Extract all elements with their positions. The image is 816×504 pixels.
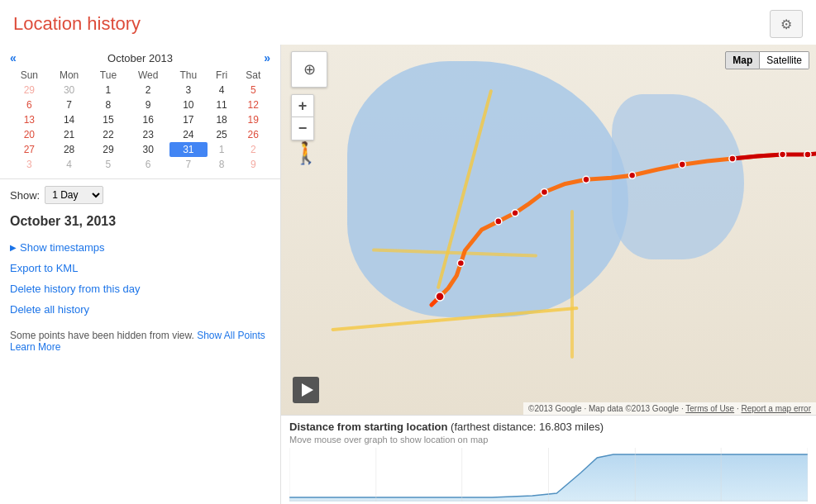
- svg-point-2: [495, 218, 502, 225]
- calendar-day[interactable]: 1: [208, 142, 236, 157]
- map-type-buttons: Map Satellite: [725, 51, 809, 69]
- delete-all-link[interactable]: Delete all history: [10, 299, 270, 320]
- gear-icon: ⚙: [780, 17, 792, 32]
- calendar-day[interactable]: 19: [236, 112, 270, 127]
- timestamps-label: Show timestamps: [20, 241, 105, 254]
- settings-button[interactable]: ⚙: [770, 10, 803, 38]
- calendar-day[interactable]: 2: [236, 142, 270, 157]
- svg-point-10: [804, 151, 811, 158]
- terms-link[interactable]: Terms of Use: [685, 404, 734, 413]
- zoom-controls: + −: [291, 94, 314, 140]
- svg-point-7: [679, 161, 685, 168]
- calendar-day[interactable]: 28: [49, 142, 90, 157]
- calendar-day[interactable]: 30: [49, 83, 90, 97]
- calendar-day[interactable]: 9: [126, 97, 169, 112]
- calendar-day[interactable]: 6: [10, 97, 49, 112]
- cal-day-header: Mon: [49, 68, 90, 83]
- map[interactable]: ⊕ + − 🚶 Map Satellite ©2013 Google · Map…: [281, 45, 816, 415]
- svg-point-5: [583, 176, 589, 183]
- calendar-month-year: October 2013: [107, 52, 173, 64]
- show-label: Show:: [10, 189, 40, 202]
- calendar-day[interactable]: 1: [90, 83, 127, 97]
- calendar-day[interactable]: 4: [208, 83, 236, 97]
- hidden-text: Some points have been hidden from view.: [10, 330, 194, 341]
- show-timestamps-toggle[interactable]: ▶ Show timestamps: [10, 237, 270, 258]
- calendar-day[interactable]: 8: [208, 157, 236, 172]
- calendar-day[interactable]: 11: [208, 97, 236, 112]
- pan-control[interactable]: ⊕: [291, 51, 327, 88]
- report-link[interactable]: Report a map error: [742, 404, 811, 413]
- play-icon: [302, 383, 313, 397]
- cal-day-header: Thu: [169, 68, 208, 83]
- svg-point-8: [729, 155, 736, 162]
- pan-icon: ⊕: [303, 60, 316, 78]
- calendar-day[interactable]: 10: [169, 97, 208, 112]
- calendar-day[interactable]: 15: [90, 112, 127, 127]
- calendar-day[interactable]: 30: [126, 142, 169, 157]
- calendar-day[interactable]: 7: [169, 157, 208, 172]
- calendar-day[interactable]: 29: [10, 83, 49, 97]
- calendar-day[interactable]: 3: [10, 157, 49, 172]
- hidden-notice: Some points have been hidden from view. …: [0, 330, 280, 353]
- calendar-day[interactable]: 26: [236, 127, 270, 142]
- calendar-day[interactable]: 25: [208, 127, 236, 142]
- calendar-day[interactable]: 27: [10, 142, 49, 157]
- calendar-day[interactable]: 2: [126, 83, 169, 97]
- calendar-day[interactable]: 29: [90, 142, 127, 157]
- calendar-day[interactable]: 4: [49, 157, 90, 172]
- calendar-day[interactable]: 20: [10, 127, 49, 142]
- graph-svg[interactable]: [289, 448, 808, 502]
- calendar: « October 2013 » SunMonTueWedThuFriSat 2…: [0, 45, 280, 179]
- calendar-day[interactable]: 13: [10, 112, 49, 127]
- calendar-day[interactable]: 14: [49, 112, 90, 127]
- delete-day-link[interactable]: Delete history from this day: [10, 278, 270, 299]
- calendar-day[interactable]: 5: [236, 83, 270, 97]
- triangle-icon: ▶: [10, 243, 17, 252]
- calendar-day[interactable]: 5: [90, 157, 127, 172]
- zoom-out-button[interactable]: −: [291, 117, 314, 140]
- calendar-day[interactable]: 12: [236, 97, 270, 112]
- app-title: Location history: [13, 13, 141, 35]
- calendar-day[interactable]: 9: [236, 157, 270, 172]
- zoom-in-button[interactable]: +: [291, 94, 314, 117]
- svg-point-1: [457, 259, 464, 266]
- calendar-day[interactable]: 21: [49, 127, 90, 142]
- calendar-day[interactable]: 24: [169, 127, 208, 142]
- svg-point-3: [512, 210, 518, 216]
- cal-day-header: Wed: [126, 68, 169, 83]
- learn-more-link[interactable]: Learn More: [10, 341, 60, 353]
- calendar-day[interactable]: 23: [126, 127, 169, 142]
- calendar-day[interactable]: 18: [208, 112, 236, 127]
- pegman-icon[interactable]: 🚶: [293, 140, 319, 166]
- selected-date: October 31, 2013: [0, 211, 280, 237]
- map-type-map[interactable]: Map: [725, 51, 760, 69]
- show-all-points-link[interactable]: Show All Points: [197, 330, 265, 341]
- cal-day-header: Sun: [10, 68, 49, 83]
- graph-title: Distance from starting location: [289, 421, 447, 433]
- sidebar-actions: ▶ Show timestamps Export to KML Delete h…: [0, 237, 280, 320]
- calendar-day[interactable]: 17: [169, 112, 208, 127]
- graph-farthest: (farthest distance: 16.803 miles): [451, 421, 604, 433]
- graph-container: Distance from starting location (farthes…: [281, 415, 816, 504]
- calendar-day[interactable]: 31: [169, 142, 208, 157]
- calendar-grid: SunMonTueWedThuFriSat 293012345678910111…: [10, 68, 270, 172]
- cal-day-header: Tue: [90, 68, 127, 83]
- play-button[interactable]: [293, 377, 319, 403]
- map-type-satellite[interactable]: Satellite: [760, 51, 809, 69]
- graph-subtitle: Move mouse over graph to show location o…: [289, 435, 808, 445]
- next-month-button[interactable]: »: [264, 51, 270, 64]
- calendar-day[interactable]: 16: [126, 112, 169, 127]
- calendar-day[interactable]: 22: [90, 127, 127, 142]
- calendar-day[interactable]: 3: [169, 83, 208, 97]
- svg-point-9: [780, 151, 786, 158]
- map-attribution: ©2013 Google · Map data ©2013 Google · T…: [523, 402, 816, 415]
- cal-day-header: Sat: [236, 68, 270, 83]
- calendar-day[interactable]: 7: [49, 97, 90, 112]
- export-kml-link[interactable]: Export to KML: [10, 258, 270, 278]
- calendar-day[interactable]: 6: [126, 157, 169, 172]
- calendar-day[interactable]: 8: [90, 97, 127, 112]
- prev-month-button[interactable]: «: [10, 51, 17, 64]
- svg-point-4: [541, 188, 547, 195]
- cal-day-header: Fri: [208, 68, 236, 83]
- show-select[interactable]: 1 Day3 Days1 Week: [45, 186, 103, 204]
